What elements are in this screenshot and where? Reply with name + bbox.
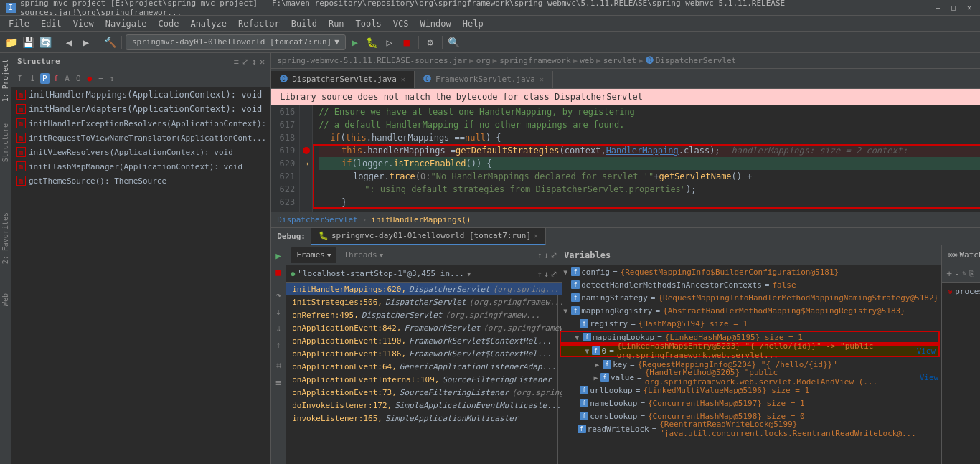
run-config-selector[interactable]: springmvc-day01-01helloworld [tomcat7:ru…	[126, 34, 346, 50]
toolbar-back-btn[interactable]: ◀	[61, 34, 77, 50]
menu-navigate[interactable]: Navigate	[100, 16, 153, 32]
frames-btn1[interactable]: ↑	[537, 250, 542, 260]
menu-window[interactable]: Window	[414, 16, 456, 32]
frame-item-9[interactable]: doInvokeListener:172, SimpleApplicationE…	[286, 399, 562, 412]
debug-tab-close[interactable]: ✕	[534, 227, 538, 245]
thread-dropdown[interactable]: ▼	[467, 270, 471, 278]
var-rw-lock[interactable]: f readWriteLock = {ReentrantReadWriteLoc…	[558, 422, 941, 435]
watch-edit-btn[interactable]: ✎	[962, 269, 967, 278]
frame-item-1[interactable]: initStrategies:506, DispatcherServlet (o…	[286, 295, 562, 308]
var-detect[interactable]: f detectHandlerMethodsInAncestorContexts…	[558, 278, 941, 291]
step-over-btn[interactable]: ↷	[271, 288, 286, 302]
frames-btn3[interactable]: ⤢	[550, 250, 557, 260]
menu-refactor[interactable]: Refactor	[232, 16, 286, 32]
struct-btn-b[interactable]: ⤓	[27, 73, 38, 84]
menu-build[interactable]: Build	[286, 16, 323, 32]
struct-item-4[interactable]: m initRequestToViewNameTranslator(Applic…	[11, 131, 270, 145]
evaluate-btn[interactable]: ≡	[271, 375, 286, 389]
stop-button[interactable]: ■	[399, 34, 415, 50]
panel-btn-close[interactable]: ✕	[260, 57, 265, 67]
thread-btn3[interactable]: ⤢	[550, 269, 557, 279]
menu-view[interactable]: View	[67, 16, 100, 32]
panel-btn-1[interactable]: ≡	[233, 57, 238, 67]
var-entry-0[interactable]: ▼ f 0 = {LinkedHashMap$Entry@5203} "{ /h…	[560, 344, 940, 357]
tab-close-2[interactable]: ✕	[540, 71, 544, 88]
struct-item-1[interactable]: m initHandlerMappings(ApplicationContext…	[11, 87, 270, 102]
struct-btn-f[interactable]: O	[74, 73, 83, 84]
var-expand-value[interactable]: ▶	[593, 373, 599, 382]
var-expand-config[interactable]: ▼	[561, 267, 570, 276]
var-name-lookup[interactable]: f nameLookup = {ConcurrentHashMap@5197} …	[558, 397, 941, 409]
menu-file[interactable]: File	[3, 16, 35, 32]
step-into-btn[interactable]: ↓	[271, 304, 286, 318]
settings-btn[interactable]: ⚙	[423, 34, 438, 50]
frame-item-7[interactable]: onApplicationEventInternal:109, SourceFi…	[286, 373, 562, 386]
var-expand-key[interactable]: ▶	[593, 360, 601, 369]
debug-button[interactable]: 🐛	[364, 34, 380, 50]
watch-remove-btn[interactable]: -	[954, 268, 960, 279]
struct-item-2[interactable]: m initHandlerAdapters(ApplicationContext…	[11, 102, 270, 116]
frame-item-6[interactable]: onApplicationEvent:64, GenericApplicatio…	[286, 360, 562, 373]
tab-close-1[interactable]: ✕	[401, 71, 405, 88]
var-naming[interactable]: f namingStrategy = {RequestMappingInfoHa…	[558, 291, 941, 304]
struct-btn-g[interactable]: ●	[85, 73, 95, 84]
var-expand-registry[interactable]: ▼	[561, 306, 570, 315]
thread-btn2[interactable]: ↓	[544, 269, 549, 279]
search-btn[interactable]: 🔍	[446, 34, 462, 50]
struct-item-6[interactable]: m initFlashMapManager(ApplicationContext…	[11, 159, 270, 174]
debug-tab-main[interactable]: 🐛 springmvc-day01-01helloworld [tomcat7:…	[311, 228, 546, 245]
coverage-button[interactable]: ▷	[382, 34, 397, 50]
left-tab-web[interactable]: Web	[0, 290, 11, 309]
frames-tab[interactable]: Frames ▼	[291, 247, 336, 263]
menu-tools[interactable]: Tools	[350, 16, 387, 32]
code-content[interactable]: // Ensure we have at least one HandlerMa…	[313, 105, 980, 212]
toolbar-build-btn[interactable]: 🔨	[102, 34, 118, 50]
watches-tab[interactable]: ∞∞ Watches ▼	[942, 245, 980, 265]
left-tab-structure[interactable]: Structure	[0, 120, 11, 165]
struct-btn-c[interactable]: P	[40, 73, 50, 84]
maximize-button[interactable]: □	[948, 3, 958, 13]
panel-btn-2[interactable]: ⤢	[242, 57, 249, 67]
watch-copy-btn[interactable]: ⎘	[969, 269, 974, 278]
run-config-dropdown-icon[interactable]: ▼	[334, 34, 339, 50]
frame-item-3[interactable]: onApplicationEvent:842, FrameworkServlet…	[286, 321, 562, 334]
tab-framework-servlet[interactable]: 🅒 FrameworkServlet.java ✕	[415, 71, 553, 88]
var-mapping-registry[interactable]: ▼ f mappingRegistry = {AbstractHandlerMe…	[558, 304, 941, 317]
tab-dispatcher-servlet[interactable]: 🅒 DispatcherServlet.java ✕	[271, 71, 415, 88]
stop-debug-btn[interactable]: ■	[271, 265, 286, 279]
struct-item-7[interactable]: m getThemeSource(): ThemeSource	[11, 174, 270, 188]
var-view-link-value[interactable]: View	[920, 373, 939, 382]
struct-item-5[interactable]: m initViewResolvers(ApplicationContext):…	[11, 145, 270, 159]
var-expand-entry0[interactable]: ▼	[584, 346, 590, 355]
frame-item-5[interactable]: onApplicationEvent:1186, FrameworkServle…	[286, 347, 562, 360]
run-to-cursor-btn[interactable]: ⌗	[271, 359, 286, 373]
struct-btn-a[interactable]: ⤒	[14, 73, 25, 84]
threads-dropdown-icon[interactable]: ▼	[380, 247, 383, 263]
menu-code[interactable]: Code	[153, 16, 185, 32]
force-step-into-btn[interactable]: ⇓	[271, 321, 286, 335]
menu-edit[interactable]: Edit	[35, 16, 67, 32]
menu-help[interactable]: Help	[457, 16, 489, 32]
struct-item-3[interactable]: m initHandlerExceptionResolvers(Applicat…	[11, 116, 270, 131]
step-out-btn[interactable]: ↑	[271, 337, 286, 351]
menu-vcs[interactable]: VCS	[387, 16, 415, 32]
thread-btn1[interactable]: ↑	[537, 269, 542, 279]
var-value-entry[interactable]: ▶ f value = {HandlerMethod@5205} "public…	[558, 371, 941, 384]
struct-btn-i[interactable]: ↕	[108, 73, 117, 84]
left-tab-project[interactable]: 1: Project	[0, 56, 11, 105]
frames-dropdown-icon[interactable]: ▼	[327, 247, 331, 263]
toolbar-sync-btn[interactable]: 🔄	[37, 34, 53, 50]
var-view-link-0[interactable]: View	[917, 346, 936, 356]
frame-item-10[interactable]: invokeListener:165, SimpleApplicationMul…	[286, 412, 562, 425]
struct-btn-e[interactable]: A	[62, 73, 72, 84]
frame-item-4[interactable]: onApplicationEvent:1190, FrameworkServle…	[286, 334, 562, 347]
menu-run[interactable]: Run	[323, 16, 350, 32]
threads-tab[interactable]: Threads ▼	[338, 247, 389, 263]
resume-btn[interactable]: ▶	[271, 248, 286, 262]
struct-btn-d[interactable]: f	[52, 73, 61, 84]
frame-item-8[interactable]: onApplicationEvent:73, SourceFilteringLi…	[286, 386, 562, 399]
toolbar-project-btn[interactable]: 📁	[3, 34, 19, 50]
menu-analyze[interactable]: Analyze	[184, 16, 232, 32]
struct-btn-h[interactable]: ≡	[96, 73, 105, 84]
minimize-button[interactable]: —	[933, 3, 943, 13]
